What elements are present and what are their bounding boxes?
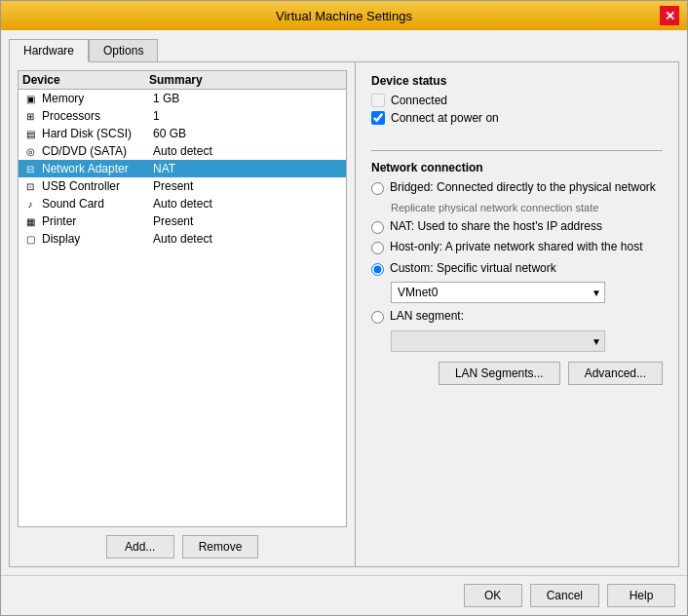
- divider: [371, 150, 663, 151]
- network-buttons: LAN Segments... Advanced...: [371, 362, 663, 385]
- lan-segment-radio[interactable]: [371, 311, 384, 324]
- device-status-section: Device status Connected Connect at power…: [371, 74, 663, 129]
- tab-options[interactable]: Options: [89, 39, 158, 62]
- device-summary: Auto detect: [153, 144, 342, 158]
- device-summary: Auto detect: [153, 232, 342, 246]
- connected-checkbox[interactable]: [371, 94, 385, 107]
- table-row[interactable]: ▤ Hard Disk (SCSI) 60 GB: [19, 125, 346, 142]
- ok-button[interactable]: OK: [464, 584, 522, 607]
- tab-hardware[interactable]: Hardware: [9, 39, 89, 62]
- device-icon: ◎: [22, 144, 38, 158]
- col-header-device: Device: [22, 73, 149, 87]
- network-connection-title: Network connection: [371, 161, 663, 174]
- content-area: Hardware Options Device Summary ▣ Memory…: [1, 30, 687, 575]
- device-rows-container: ▣ Memory 1 GB ⊞ Processors 1 ▤ Hard Disk…: [19, 90, 346, 248]
- connected-label: Connected: [391, 94, 447, 107]
- custom-label: Custom: Specific virtual network: [390, 261, 556, 277]
- bridged-label: Bridged: Connected directly to the physi…: [390, 180, 656, 196]
- hostonly-label: Host-only: A private network shared with…: [390, 240, 642, 255]
- lan-segments-button[interactable]: LAN Segments...: [439, 362, 560, 385]
- col-header-summary: Summary: [149, 73, 342, 87]
- left-panel: Device Summary ▣ Memory 1 GB ⊞ Processor…: [10, 62, 356, 566]
- table-row[interactable]: ◎ CD/DVD (SATA) Auto detect: [19, 142, 346, 160]
- nat-radio[interactable]: [371, 221, 384, 234]
- lan-input-row: ▼: [391, 330, 663, 352]
- device-status-title: Device status: [371, 74, 663, 88]
- table-row[interactable]: ♪ Sound Card Auto detect: [19, 195, 346, 212]
- device-icon: ▤: [22, 127, 38, 140]
- device-summary: 1: [153, 109, 342, 123]
- device-icon: ▦: [22, 214, 38, 228]
- vmnet-dropdown-row: VMnet0VMnet1VMnet2VMnet8 ▼: [391, 282, 663, 303]
- table-header: Device Summary: [19, 71, 346, 90]
- hostonly-radio[interactable]: [371, 242, 384, 254]
- cancel-button[interactable]: Cancel: [530, 584, 599, 607]
- nat-label: NAT: Used to share the host's IP address: [390, 219, 602, 235]
- remove-button[interactable]: Remove: [182, 535, 259, 558]
- lan-segment-select[interactable]: [391, 330, 605, 352]
- device-icon: ♪: [22, 197, 38, 211]
- table-row[interactable]: ⊟ Network Adapter NAT: [19, 160, 346, 177]
- device-summary: 1 GB: [153, 92, 342, 105]
- vmnet-select[interactable]: VMnet0VMnet1VMnet2VMnet8: [391, 282, 605, 303]
- device-name: Processors: [42, 109, 153, 123]
- device-summary: Present: [153, 179, 342, 193]
- device-summary: Present: [153, 214, 342, 228]
- table-row[interactable]: ⊞ Processors 1: [19, 107, 346, 125]
- device-icon: ▣: [22, 92, 38, 105]
- connect-power-checkbox[interactable]: [371, 111, 385, 125]
- network-connection-section: Network connection Bridged: Connected di…: [371, 161, 663, 385]
- connect-power-label: Connect at power on: [391, 111, 499, 125]
- device-name: Hard Disk (SCSI): [42, 127, 153, 140]
- lan-segment-row: LAN segment:: [371, 309, 663, 325]
- custom-radio[interactable]: [371, 263, 384, 276]
- table-row[interactable]: ▢ Display Auto detect: [19, 230, 346, 248]
- nat-row: NAT: Used to share the host's IP address: [371, 219, 663, 235]
- right-panel: Device status Connected Connect at power…: [356, 62, 678, 566]
- device-icon: ⊡: [22, 179, 38, 193]
- help-button[interactable]: Help: [607, 584, 675, 607]
- bridged-row: Bridged: Connected directly to the physi…: [371, 180, 663, 196]
- hostonly-row: Host-only: A private network shared with…: [371, 240, 663, 255]
- device-summary: 60 GB: [153, 127, 342, 140]
- device-name: Memory: [42, 92, 153, 105]
- vmnet-dropdown-wrapper: VMnet0VMnet1VMnet2VMnet8 ▼: [391, 282, 605, 303]
- left-buttons: Add... Remove: [18, 535, 347, 558]
- add-button[interactable]: Add...: [106, 535, 174, 558]
- main-panel: Device Summary ▣ Memory 1 GB ⊞ Processor…: [9, 61, 679, 567]
- connect-power-row: Connect at power on: [371, 111, 663, 125]
- lan-segment-label: LAN segment:: [390, 309, 464, 325]
- table-row[interactable]: ▣ Memory 1 GB: [19, 90, 346, 107]
- bridged-sublabel: Replicate physical network connection st…: [391, 202, 663, 213]
- device-name: Printer: [42, 214, 153, 228]
- table-row[interactable]: ⊡ USB Controller Present: [19, 177, 346, 195]
- device-summary: Auto detect: [153, 197, 342, 211]
- table-row[interactable]: ▦ Printer Present: [19, 212, 346, 230]
- title-bar: Virtual Machine Settings ✕: [1, 1, 687, 30]
- lan-dropdown-wrapper: ▼: [391, 330, 605, 352]
- device-name: Sound Card: [42, 197, 153, 211]
- bridged-radio[interactable]: [371, 182, 384, 195]
- device-icon: ▢: [22, 232, 38, 246]
- advanced-button[interactable]: Advanced...: [568, 362, 663, 385]
- device-icon: ⊟: [22, 162, 38, 175]
- device-name: CD/DVD (SATA): [42, 144, 153, 158]
- main-window: Virtual Machine Settings ✕ Hardware Opti…: [0, 0, 688, 616]
- window-title: Virtual Machine Settings: [28, 9, 660, 23]
- device-summary: NAT: [153, 162, 342, 175]
- device-icon: ⊞: [22, 109, 38, 123]
- device-name: Display: [42, 232, 153, 246]
- connected-row: Connected: [371, 94, 663, 107]
- footer: OK Cancel Help: [1, 575, 687, 615]
- custom-row: Custom: Specific virtual network: [371, 261, 663, 277]
- tab-bar: Hardware Options: [9, 38, 679, 61]
- device-name: USB Controller: [42, 179, 153, 193]
- device-name: Network Adapter: [42, 162, 153, 175]
- close-button[interactable]: ✕: [660, 6, 679, 25]
- device-table: Device Summary ▣ Memory 1 GB ⊞ Processor…: [18, 70, 347, 527]
